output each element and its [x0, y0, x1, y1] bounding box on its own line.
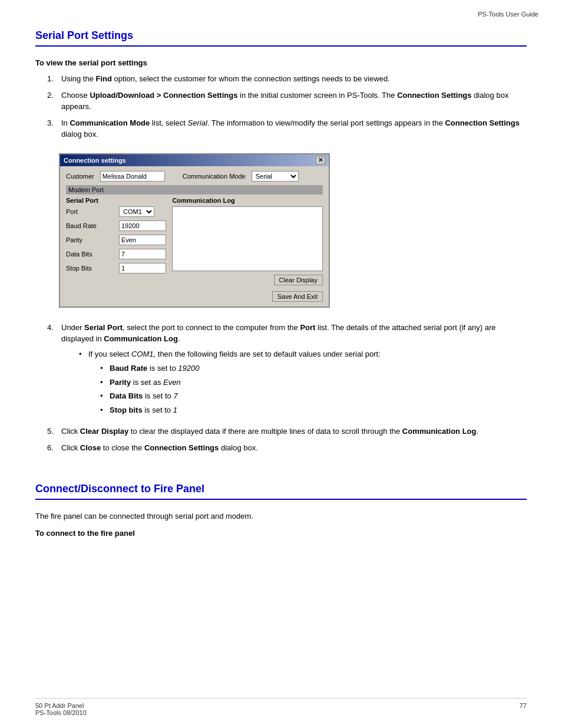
footer-left: 50 Pt Addr Panel PS-Tools 08/2010: [35, 702, 87, 716]
subsection-title: To view the serial port settings: [35, 58, 527, 67]
page-header: PS-Tools User Guide: [0, 0, 562, 18]
dialog-titlebar: Connection settings ✕: [60, 154, 329, 166]
customer-input[interactable]: [100, 171, 165, 182]
section2-intro: The fire panel can be connected through …: [35, 512, 527, 521]
stop-bits-row: Stop Bits: [66, 263, 166, 274]
clear-display-row: Clear Display: [172, 275, 323, 285]
sub-bullet-baud: • Baud Rate is set to 19200: [100, 363, 381, 374]
serial-port-label: Serial Port: [66, 197, 166, 204]
comm-mode-select[interactable]: Serial: [252, 171, 299, 182]
data-bits-label: Data Bits: [66, 251, 119, 258]
step-6: 6. Click Close to close the Connection S…: [47, 442, 527, 454]
serial-port-col: Serial Port Port COM1 Baud Rate: [66, 197, 166, 285]
parity-row: Parity: [66, 235, 166, 245]
customer-row: Customer Communication Mode Serial: [66, 171, 323, 182]
section2-title: Connect/Disconnect to Fire Panel: [35, 483, 527, 495]
dialog-title: Connection settings: [64, 157, 126, 164]
comm-log-area[interactable]: [172, 206, 323, 271]
section2-divider: [35, 499, 527, 500]
steps-list: 1. Using the Find option, select the cus…: [47, 73, 527, 140]
comm-log-label: Communication Log: [172, 197, 323, 204]
sub-bullet-stop-bits: • Stop bits is set to 1: [100, 404, 381, 416]
sub-bullets: • Baud Rate is set to 19200 • Parity is …: [100, 363, 381, 416]
data-bits-row: Data Bits: [66, 249, 166, 259]
stop-bits-label: Stop Bits: [66, 265, 119, 272]
step4-bullets: • If you select COM1, then the following…: [79, 348, 527, 419]
parity-label: Parity: [66, 236, 119, 243]
port-select[interactable]: COM1: [119, 206, 154, 217]
footer-left-line1: 50 Pt Addr Panel: [35, 702, 87, 709]
step-1: 1. Using the Find option, select the cus…: [47, 73, 527, 85]
section2-subsection-title: To connect to the fire panel: [35, 529, 527, 538]
footer-left-line2: PS-Tools 08/2010: [35, 709, 87, 716]
step-2: 2. Choose Upload/Download > Connection S…: [47, 90, 527, 113]
step4-bullet-1: • If you select COM1, then the following…: [79, 348, 527, 419]
baud-rate-label: Baud Rate: [66, 222, 119, 229]
customer-label: Customer: [66, 173, 94, 180]
footer-page-number: 77: [520, 702, 527, 716]
step-5: 5. Click Clear Display to clear the disp…: [47, 426, 527, 437]
header-title: PS-Tools User Guide: [478, 11, 538, 18]
sub-bullet-parity: • Parity is set as Even: [100, 377, 381, 388]
steps-list-2: 4. Under Serial Port, select the port to…: [47, 322, 527, 454]
data-bits-input[interactable]: [119, 249, 166, 259]
dialog-two-col: Serial Port Port COM1 Baud Rate: [66, 197, 323, 285]
port-row: Port COM1: [66, 206, 166, 217]
connection-settings-dialog: Connection settings ✕ Customer Communica…: [59, 153, 330, 308]
dialog-close-button[interactable]: ✕: [316, 156, 325, 164]
save-exit-row: Save And Exit: [66, 291, 323, 302]
save-exit-button[interactable]: Save And Exit: [272, 291, 323, 302]
stop-bits-input[interactable]: [119, 263, 166, 274]
step-3: 3. In Communication Mode list, select Se…: [47, 117, 527, 140]
dialog-screenshot: Connection settings ✕ Customer Communica…: [59, 153, 330, 308]
comm-log-col: Communication Log Clear Display: [172, 197, 323, 285]
page-footer: 50 Pt Addr Panel PS-Tools 08/2010 77: [35, 698, 527, 716]
modem-port-bar: Modem Port: [66, 185, 323, 195]
section-serial-port: Serial Port Settings To view the serial …: [35, 29, 527, 453]
comm-mode-label: Communication Mode: [183, 173, 246, 180]
section1-title: Serial Port Settings: [35, 29, 527, 42]
sub-bullet-data-bits: • Data Bits is set to 7: [100, 390, 381, 402]
section-connect-disconnect: Connect/Disconnect to Fire Panel The fir…: [35, 483, 527, 538]
port-label: Port: [66, 208, 119, 215]
baud-rate-input[interactable]: [119, 220, 166, 231]
clear-display-button[interactable]: Clear Display: [274, 275, 323, 285]
parity-input[interactable]: [119, 235, 166, 245]
dialog-body: Customer Communication Mode Serial Modem…: [60, 166, 329, 307]
step-4: 4. Under Serial Port, select the port to…: [47, 322, 527, 421]
modem-port-label: Modem Port: [68, 186, 104, 193]
section1-divider: [35, 45, 527, 47]
baud-rate-row: Baud Rate: [66, 220, 166, 231]
